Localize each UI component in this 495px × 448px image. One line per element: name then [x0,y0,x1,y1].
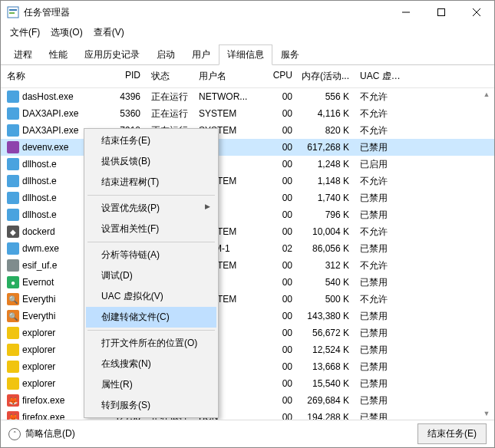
col-status[interactable]: 状态 [145,70,199,83]
fewer-details-button[interactable]: ˄ 简略信息(D) [8,427,75,440]
cell-mem: 194,288 K [297,412,354,420]
table-row[interactable]: esif_uf.e正在运行SYSTEM00312 K不允许 [1,257,494,274]
table-row[interactable]: 🦊firefox.exe12736正在运行BCN00194,288 K已禁用 [1,409,494,420]
table-row[interactable]: 🔍Everythi正在运行BCN00143,380 K已禁用 [1,308,494,324]
context-menu-item[interactable]: 转到服务(S) [86,395,216,416]
table-row[interactable]: dllhost.e正在运行BCN00796 K已禁用 [1,206,494,223]
chevron-up-icon: ˄ [8,428,21,440]
process-name: dockerd [22,226,55,237]
context-menu-item[interactable]: 调试(D) [86,265,216,286]
table-row[interactable]: dllhost.e正在运行BCN001,248 K已启用 [1,156,494,173]
table-row[interactable]: explorer正在运行BCN0015,540 K已禁用 [1,375,494,392]
table-row[interactable]: explorer正在运行BCN0012,524 K已禁用 [1,341,494,358]
col-user[interactable]: 用户名 [199,70,263,83]
details-panel: 名称 PID 状态 用户名 CPU 内存(活动... UAC 虚拟化 dasHo… [1,65,494,420]
col-cpu[interactable]: CPU [263,70,297,83]
cell-uac: 已禁用 [354,310,408,323]
table-row[interactable]: DAX3API.exe5360正在运行SYSTEM004,116 K不允许 [1,105,494,122]
cell-uac: 已禁用 [354,394,408,407]
tab[interactable]: 服务 [272,44,308,65]
tab[interactable]: 用户 [183,44,219,65]
cell-mem: 56,672 K [297,328,354,338]
table-row[interactable]: devenv.exe13160正在运行BCN00617,268 K已禁用 [1,139,494,156]
tab[interactable]: 进程 [5,44,41,65]
context-menu-item[interactable]: 提供反馈(B) [86,151,216,172]
close-button[interactable] [459,1,494,24]
cell-mem: 796 K [297,209,354,220]
cell-cpu: 00 [263,395,297,406]
context-menu-item[interactable]: 设置相关性(F) [86,219,216,239]
context-menu-item[interactable]: 在线搜索(N) [86,354,216,374]
table-row[interactable]: dasHost.exe4396正在运行NETWOR...00556 K不允许 [1,88,494,105]
col-uac[interactable]: UAC 虚拟化 [354,70,408,83]
tab[interactable]: 详细信息 [219,44,272,65]
table-row[interactable]: dllhost.e正在运行SYSTEM001,148 K不允许 [1,173,494,189]
process-icon [7,344,19,356]
process-name: dllhost.e [22,193,57,203]
cell-uac: 已禁用 [354,276,408,289]
menu-separator [87,242,215,242]
process-icon [7,141,19,153]
process-icon [7,259,19,272]
process-name: explorer [22,378,55,389]
cell-uac: 已禁用 [354,377,408,390]
cell-cpu: 00 [263,311,297,321]
col-pid[interactable]: PID [107,70,145,83]
column-headers[interactable]: 名称 PID 状态 用户名 CPU 内存(活动... UAC 虚拟化 [1,65,494,88]
col-mem[interactable]: 内存(活动... [297,70,354,83]
cell-mem: 556 K [297,91,354,102]
table-row[interactable]: explorer正在运行BCN0013,668 K已禁用 [1,358,494,375]
end-task-button[interactable]: 结束任务(E) [417,423,487,444]
process-name: firefox.exe [22,412,64,420]
context-menu-item[interactable]: 属性(R) [86,374,216,395]
minimize-button[interactable] [388,1,424,24]
process-icon [7,209,19,221]
context-menu-item[interactable]: UAC 虚拟化(V) [86,286,216,307]
tab[interactable]: 启动 [148,44,183,65]
context-menu-item[interactable]: 结束任务(E) [86,130,216,151]
table-row[interactable]: dwm.exe正在运行DWM-10286,056 K已禁用 [1,240,494,257]
context-menu-item[interactable]: 设置优先级(P) [86,198,216,219]
cell-mem: 15,540 K [297,378,354,389]
cell-mem: 312 K [297,260,354,271]
vertical-scrollbar[interactable]: ▲ ▼ [480,88,493,420]
cell-cpu: 02 [263,243,297,254]
process-icon: 🦊 [7,394,19,407]
table-row[interactable]: explorer正在运行BCN0056,672 K已禁用 [1,324,494,341]
table-row[interactable]: 🔍Everythi正在运行SYSTEM00500 K不允许 [1,291,494,308]
cell-cpu: 00 [263,328,297,338]
table-row[interactable]: DAX3API.exe7912正在运行SYSTEM00820 K不允许 [1,122,494,139]
scroll-down-icon[interactable]: ▼ [480,407,493,420]
context-menu-item[interactable]: 分析等待链(A) [86,245,216,265]
table-row[interactable]: ●Evernot正在运行BCN00540 K已禁用 [1,274,494,291]
table-row[interactable]: ◆dockerd正在运行SYSTEM0010,004 K不允许 [1,223,494,240]
table-row[interactable]: 🦊firefox.exe正在运行BCN00269,684 K已禁用 [1,392,494,409]
menu-item[interactable]: 选项(O) [46,25,87,41]
menu-item[interactable]: 文件(F) [5,25,45,41]
cell-mem: 4,116 K [297,108,354,119]
scroll-up-icon[interactable]: ▲ [480,88,493,100]
cell-mem: 86,056 K [297,243,354,254]
context-menu-item[interactable]: 结束进程树(T) [86,172,216,193]
table-row[interactable]: dllhost.e正在运行BCN001,740 K已禁用 [1,189,494,206]
col-name[interactable]: 名称 [7,70,107,83]
tab[interactable]: 应用历史记录 [76,44,148,65]
cell-mem: 500 K [297,294,354,305]
process-name: dllhost.e [22,159,57,170]
menu-item[interactable]: 查看(V) [89,25,129,41]
svg-rect-1 [9,9,17,11]
cell-mem: 540 K [297,277,354,288]
cell-cpu: 00 [263,378,297,389]
context-menu-item[interactable]: 打开文件所在的位置(O) [86,333,216,354]
cell-mem: 13,668 K [297,361,354,372]
process-list[interactable]: dasHost.exe4396正在运行NETWOR...00556 K不允许DA… [1,88,494,420]
tab-strip: 进程性能应用历史记录启动用户详细信息服务 [1,44,494,65]
process-name: esif_uf.e [22,260,57,271]
cell-mem: 1,248 K [297,159,354,170]
cell-uac: 已禁用 [354,141,408,154]
maximize-button[interactable] [424,1,459,24]
cell-pid: 4396 [107,91,145,102]
context-menu-item[interactable]: 创建转储文件(C) [86,307,216,328]
cell-cpu: 00 [263,91,297,102]
tab[interactable]: 性能 [41,44,76,65]
